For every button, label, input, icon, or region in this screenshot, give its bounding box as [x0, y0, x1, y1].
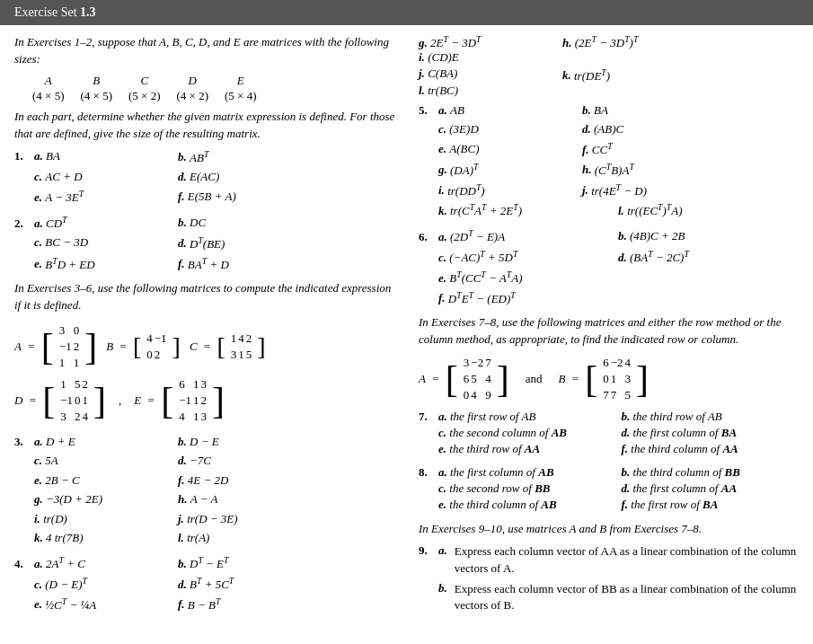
- ex3-part-g: g. −3(D + 2E): [34, 490, 178, 508]
- ex9-parts: a. Express each column vector of AA as a…: [438, 543, 804, 614]
- left-bracket-A: [: [41, 328, 54, 366]
- ex1-cont: g. 2ET − 3DT h. (2ET − 3DT)T i. (CD)E j.…: [419, 34, 804, 98]
- eq-sign-C: =: [201, 340, 214, 354]
- ex3-part-k: k. 4 tr(7B): [34, 529, 178, 547]
- exercise-3: 3. a. D + E b. D − E c. 5A d. −7C e. 2B …: [14, 433, 399, 547]
- exercise-2: 2. a. CDT b. DC c. BC − 3D d. DT(BE) e. …: [14, 214, 399, 273]
- mat-B-size: (4 × 5): [81, 89, 113, 103]
- ex1-part-c: c. AC + D: [34, 168, 178, 186]
- mat-D-var: D: [14, 393, 22, 408]
- mat-B-table: 4−1 02: [145, 330, 168, 364]
- ex3-part-d: d. −7C: [178, 452, 322, 470]
- ex3-part-a: a. D + E: [34, 433, 178, 451]
- ex7-e: e. the third row of AA: [438, 442, 622, 456]
- ex5-part-i: i. tr(DDT): [438, 181, 582, 199]
- ex6-num: 6.: [419, 230, 438, 244]
- mat-E-label: E: [237, 74, 244, 88]
- ex8-a: a. the first column of AB: [438, 465, 622, 480]
- ex3-part-f: f. 4E − 2D: [178, 472, 322, 490]
- ex4-part-e: e. ½CT − ¼A: [34, 595, 178, 613]
- matrices-display: A = [ 30 −12 11 ] B = [ 4−1: [14, 322, 399, 426]
- ex5-part-e: e. A(BC): [438, 140, 582, 159]
- right-bracket-A: ]: [84, 328, 97, 366]
- ex6-part-e: e. BT(CCT − ATA): [438, 269, 627, 287]
- ex4-part-a: a. 2AT + C: [34, 554, 178, 573]
- ex1-part-a: a. BA: [34, 147, 178, 166]
- mat-D-label: D: [189, 74, 197, 88]
- ex3-part-e: e. 2B − C: [34, 472, 178, 490]
- ex5-part-g: g. (DA)T: [438, 160, 582, 179]
- ex1-cont-g: g. 2ET − 3DT: [419, 34, 562, 50]
- header-prefix: Exercise Set: [14, 5, 80, 19]
- ex7-num: 7.: [419, 410, 438, 424]
- ex1-parts: a. BA b. ABT c. AC + D d. E(AC) e. A − 3…: [34, 147, 399, 206]
- ex2-part-c: c. BC − 3D: [34, 234, 178, 252]
- ex9-a-label: a.: [438, 543, 447, 558]
- ex1-cont-k: k. tr(DET): [562, 66, 720, 83]
- ex1-cont-l: l. tr(BC): [419, 84, 517, 98]
- mat-E-size: (5 × 4): [225, 89, 257, 103]
- right-bracket-E: ]: [212, 382, 225, 419]
- and-text: and: [526, 372, 543, 386]
- ex9-b-label: b.: [438, 581, 447, 595]
- ex2-part-e: e. BTD + ED: [34, 254, 178, 273]
- ex9-b-text: Express each column vector of BB as a li…: [455, 581, 804, 615]
- right-bracket-C: ]: [257, 334, 265, 359]
- comma-sep: ,: [119, 393, 121, 408]
- ex1-num: 1.: [14, 149, 34, 163]
- ex5-part-b: b. BA: [582, 101, 726, 119]
- mat-C-display: C = [ 142 315 ]: [190, 330, 266, 364]
- mat-D-display: D = [ 152 −101 324 ]: [14, 375, 106, 426]
- ex3-part-b: b. D − E: [178, 433, 322, 451]
- ex5-part-k: k. tr(CTAT + 2ET): [438, 201, 618, 220]
- ex8-d: d. the first column of AA: [622, 481, 805, 496]
- left-bracket-D: [: [42, 382, 55, 419]
- mat-B-display: B = [ 4−1 02 ]: [106, 330, 181, 364]
- right-bracket-D: ]: [93, 382, 106, 419]
- ex1-cont-i: i. (CD)E: [419, 50, 517, 65]
- ex6-part-f: f. DTET − (ED)T: [438, 288, 618, 307]
- ex6-part-d: d. (BAT − 2C)T: [618, 248, 798, 267]
- ex4-part-d: d. BT + 5CT: [178, 575, 322, 594]
- mat-row-AB: A = [ 30 −12 11 ] B = [ 4−1: [14, 322, 399, 372]
- mat-E-table: 613 −112 413: [177, 375, 208, 426]
- mat-B2-table: 6−24 013 775: [601, 354, 632, 404]
- ex2-parts: a. CDT b. DC c. BC − 3D d. DT(BE) e. BTD…: [34, 214, 399, 273]
- ex5-part-f: f. CCT: [582, 140, 726, 159]
- ex6-parts: a. (2DT − E)A b. (4B)C + 2B c. (−AC)T + …: [438, 227, 804, 307]
- mat-D-size: (4 × 2): [177, 89, 209, 103]
- ex1-part-e: e. A − 3ET: [34, 188, 178, 207]
- ex4-num: 4.: [14, 557, 34, 571]
- ex3-part-j: j. tr(D − 3E): [178, 510, 322, 528]
- mat-B-label: B: [93, 74, 100, 88]
- intro3: In Exercises 3–6, use the following matr…: [14, 280, 399, 314]
- ex7-b: b. the third row of AB: [622, 410, 805, 424]
- ex3-part-h: h. A − A: [178, 490, 322, 508]
- ex5-part-h: h. (CTB)AT: [582, 160, 726, 179]
- intro78: In Exercises 7–8, use the following matr…: [419, 314, 804, 348]
- ex3-part-i: i. tr(D): [34, 510, 178, 528]
- ex2-num: 2.: [14, 216, 34, 231]
- ex2-part-b: b. DC: [178, 214, 322, 233]
- ex9-num: 9.: [419, 543, 438, 558]
- exercise-6: 6. a. (2DT − E)A b. (4B)C + 2B c. (−AC)T…: [419, 227, 804, 307]
- ex5-part-c: c. (3E)D: [438, 120, 582, 138]
- ex8-c: c. the second row of BB: [438, 481, 622, 496]
- exercise-9: 9. a. Express each column vector of AA a…: [419, 543, 804, 614]
- intro2: In each part, determine whether the give…: [14, 109, 399, 143]
- ex5-parts: a. AB b. BA c. (3E)D d. (AB)C e. A(BC) f…: [438, 101, 804, 220]
- header: Exercise Set 1.3: [0, 0, 813, 25]
- ex4-part-c: c. (D − E)T: [34, 575, 178, 594]
- left-column: In Exercises 1–2, suppose that A, B, C, …: [0, 34, 413, 622]
- left-bracket-E: [: [161, 382, 173, 419]
- exercise-4: 4. a. 2AT + C b. DT − ET c. (D − E)T d. …: [14, 554, 399, 613]
- ex7-c: c. the second column of AB: [438, 426, 622, 440]
- ex7-parts: a. the first row of AB b. the third row …: [438, 410, 804, 458]
- ex3-part-l: l. tr(A): [178, 529, 322, 547]
- ex8-e: e. the third column of AB: [438, 498, 622, 512]
- mat-C-size: (5 × 2): [128, 89, 161, 103]
- ex3-num: 3.: [14, 435, 34, 449]
- mat-A2-display: A = [ 3−27 654 049 ]: [419, 354, 509, 404]
- ex1-cont-j: j. C(BA): [419, 66, 562, 83]
- ex7-a: a. the first row of AB: [438, 410, 622, 424]
